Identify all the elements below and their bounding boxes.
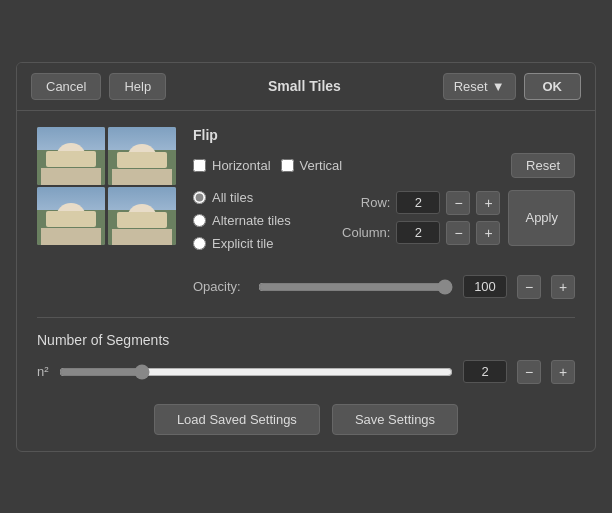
explicit-tile-label: Explicit tile <box>212 236 273 251</box>
horizontal-label: Horizontal <box>212 158 271 173</box>
vertical-checkbox-row: Vertical <box>281 158 343 173</box>
col-increment-button[interactable]: + <box>476 221 500 245</box>
ok-button[interactable]: OK <box>524 73 582 100</box>
n2-label: n² <box>37 364 49 379</box>
row-col-area: Row: − + Column: − + <box>338 191 500 245</box>
taj-image-tr <box>108 127 176 185</box>
col-control-row: Column: − + <box>338 221 500 245</box>
alternate-tiles-radio[interactable] <box>193 214 206 227</box>
all-tiles-radio[interactable] <box>193 191 206 204</box>
opacity-increment-button[interactable]: + <box>551 275 575 299</box>
preview-bottom-left <box>37 187 105 245</box>
dropdown-chevron-icon: ▼ <box>492 79 505 94</box>
segments-section: Number of Segments n² − + <box>37 317 575 384</box>
row-control-row: Row: − + <box>338 191 500 215</box>
opacity-slider[interactable] <box>258 279 453 295</box>
controls-area: Flip Horizontal Vertical Reset <box>193 127 575 299</box>
opacity-row: Opacity: − + <box>193 275 575 299</box>
segments-title: Number of Segments <box>37 332 575 348</box>
opacity-label: Opacity: <box>193 279 248 294</box>
taj-base-tr <box>112 168 172 184</box>
flip-reset-button[interactable]: Reset <box>511 153 575 178</box>
segments-input[interactable] <box>463 360 507 383</box>
all-tiles-row: All tiles <box>193 190 291 205</box>
row-decrement-button[interactable]: − <box>446 191 470 215</box>
alternate-tiles-row: Alternate tiles <box>193 213 291 228</box>
preview-area <box>37 127 177 245</box>
segments-slider[interactable] <box>59 364 453 380</box>
opacity-input[interactable] <box>463 275 507 298</box>
reset-dropdown-button[interactable]: Reset ▼ <box>443 73 516 100</box>
segments-decrement-button[interactable]: − <box>517 360 541 384</box>
preview-top-right <box>108 127 176 185</box>
horizontal-checkbox-row: Horizontal <box>193 158 271 173</box>
segments-increment-button[interactable]: + <box>551 360 575 384</box>
taj-image-br <box>108 187 176 245</box>
taj-base-br <box>112 228 172 244</box>
grid-controls: All tiles Alternate tiles Explicit tile <box>193 190 575 261</box>
taj-base-bl <box>41 228 101 244</box>
explicit-tile-row: Explicit tile <box>193 236 291 251</box>
alternate-tiles-label: Alternate tiles <box>212 213 291 228</box>
content-area: Flip Horizontal Vertical Reset <box>17 111 595 451</box>
row-increment-button[interactable]: + <box>476 191 500 215</box>
explicit-tile-radio[interactable] <box>193 237 206 250</box>
tile-options-group: All tiles Alternate tiles Explicit tile <box>193 190 291 251</box>
row-label: Row: <box>338 195 390 210</box>
apply-button[interactable]: Apply <box>508 190 575 246</box>
preview-bottom-right <box>108 187 176 245</box>
reset-label: Reset <box>454 79 488 94</box>
cancel-button[interactable]: Cancel <box>31 73 101 100</box>
row-input[interactable] <box>396 191 440 214</box>
taj-image-tl <box>37 127 105 185</box>
main-row: Flip Horizontal Vertical Reset <box>37 127 575 299</box>
opacity-decrement-button[interactable]: − <box>517 275 541 299</box>
col-decrement-button[interactable]: − <box>446 221 470 245</box>
all-tiles-label: All tiles <box>212 190 253 205</box>
dialog: Cancel Help Small Tiles Reset ▼ OK <box>16 62 596 452</box>
col-input[interactable] <box>396 221 440 244</box>
segments-row: n² − + <box>37 360 575 384</box>
horizontal-checkbox[interactable] <box>193 159 206 172</box>
col-label: Column: <box>338 225 390 240</box>
flip-options-row: Horizontal Vertical Reset <box>193 153 575 178</box>
preview-top-left <box>37 127 105 185</box>
load-settings-button[interactable]: Load Saved Settings <box>154 404 320 435</box>
help-button[interactable]: Help <box>109 73 166 100</box>
footer: Load Saved Settings Save Settings <box>37 404 575 435</box>
save-settings-button[interactable]: Save Settings <box>332 404 458 435</box>
taj-base-tl <box>41 168 101 184</box>
dialog-title: Small Tiles <box>174 78 434 94</box>
header-bar: Cancel Help Small Tiles Reset ▼ OK <box>17 63 595 111</box>
vertical-checkbox[interactable] <box>281 159 294 172</box>
flip-label: Flip <box>193 127 575 143</box>
vertical-label: Vertical <box>300 158 343 173</box>
taj-image-bl <box>37 187 105 245</box>
